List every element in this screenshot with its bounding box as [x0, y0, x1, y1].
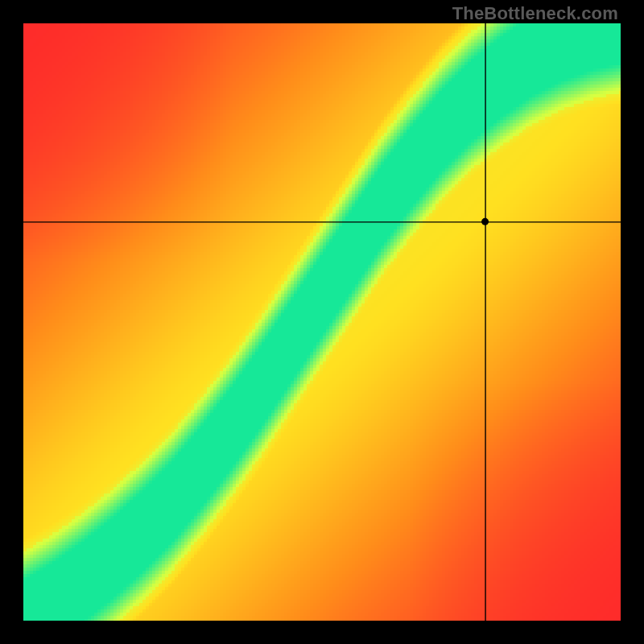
watermark-text: TheBottleneck.com	[452, 3, 618, 24]
heatmap-plot	[23, 23, 621, 621]
heatmap-canvas	[23, 23, 621, 621]
chart-frame: TheBottleneck.com	[0, 0, 644, 644]
